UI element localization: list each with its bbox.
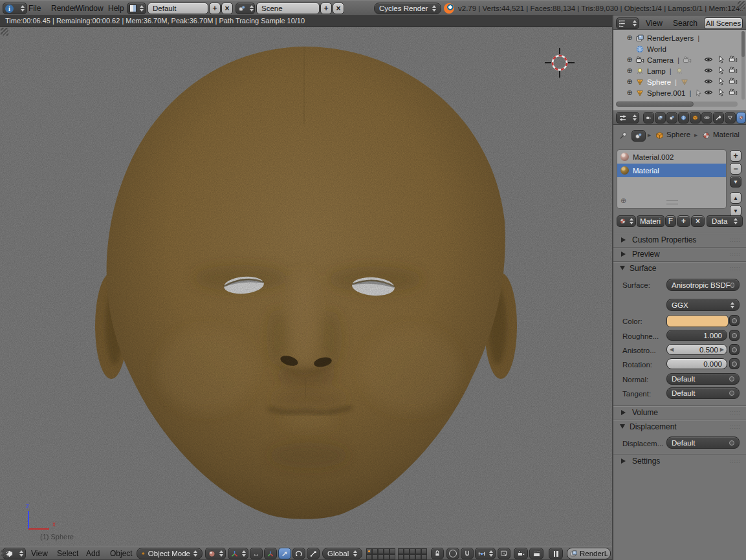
area-corner-handle[interactable] [1, 28, 8, 36]
rotate-button[interactable] [292, 548, 305, 559]
material-link-dropdown[interactable]: Data [707, 215, 743, 227]
menu-view3d-select[interactable]: Select [57, 546, 78, 560]
move-slot-up-button[interactable]: ▲ [730, 192, 741, 204]
snap-target-button[interactable] [498, 548, 510, 559]
material-specials-menu-button[interactable]: ▼ [730, 176, 741, 188]
outliner-item-sphere[interactable]: ⊕ Sphere| [625, 76, 746, 87]
expand-icon[interactable]: ⊕ [625, 34, 634, 42]
anisotropy-slider[interactable]: ◀ 0.500 ▶ [666, 344, 727, 355]
tab-material[interactable] [736, 112, 746, 124]
outliner-item-camera[interactable]: ⊕ Camera| [625, 54, 746, 65]
opengl-render-anim-button[interactable] [529, 548, 543, 559]
render-toggle-camera[interactable] [729, 55, 738, 64]
menu-render[interactable]: Render [51, 1, 76, 16]
window-corner-handle[interactable] [738, 1, 745, 9]
material-slot-row-selected[interactable]: Material [617, 164, 726, 177]
menu-window[interactable]: Window [76, 1, 104, 16]
distribution-dropdown[interactable]: GGX [666, 299, 740, 311]
tab-constraints[interactable] [701, 112, 712, 124]
outliner-item-lamp[interactable]: ⊕ Lamp| [625, 65, 746, 76]
scene-lock-button[interactable] [431, 548, 444, 559]
viewport-3d[interactable]: z x (1) Sphere [0, 27, 613, 546]
render-toggle-lamp[interactable] [729, 66, 738, 75]
panel-preview[interactable]: Preview [613, 247, 746, 260]
material-name-field[interactable]: Materi [637, 215, 664, 227]
tab-modifiers[interactable] [713, 112, 724, 124]
layer-grid-2[interactable] [398, 548, 427, 560]
expand-icon[interactable]: ⊕ [625, 56, 634, 64]
area-corner-handle-bottom[interactable] [1, 550, 8, 557]
outliner-filter-dropdown[interactable]: All Scenes [704, 17, 743, 29]
opengl-render-button[interactable] [514, 548, 528, 559]
outliner-item-renderlayers[interactable]: ⊕ RenderLayers| [625, 32, 746, 43]
snap-element-dropdown[interactable] [475, 548, 496, 559]
mode-dropdown[interactable]: Object Mode [137, 548, 203, 559]
tab-object[interactable] [690, 112, 701, 124]
editor-type-button[interactable]: i [3, 3, 27, 14]
hide-toggle-camera[interactable] [704, 55, 713, 64]
surface-shader-button[interactable]: Anisotropic BSDF [666, 279, 740, 291]
screen-layout-name-field[interactable]: Default [148, 3, 208, 14]
outliner-menu-search[interactable]: Search [673, 16, 697, 30]
panel-grip-icon[interactable] [729, 458, 741, 464]
add-layout-button[interactable]: + [209, 3, 221, 14]
panel-settings[interactable]: Settings [613, 454, 746, 467]
displacement-dropdown[interactable]: Default [666, 436, 740, 449]
panel-grip-icon[interactable] [729, 409, 741, 416]
color-swatch[interactable] [666, 315, 729, 327]
breadcrumb-scene-button[interactable] [631, 130, 646, 142]
rotation-slider[interactable]: 0.000 [666, 358, 727, 369]
hide-toggle-sphere-001[interactable] [704, 88, 713, 97]
panel-grip-icon[interactable] [729, 251, 741, 257]
add-material-slot-button[interactable]: + [730, 150, 741, 162]
remove-material-slot-button[interactable]: − [730, 163, 741, 175]
hide-toggle-lamp[interactable] [704, 66, 713, 75]
rotation-socket-button[interactable] [729, 358, 740, 369]
panel-volume[interactable]: Volume [613, 405, 746, 418]
panel-surface[interactable]: Surface [613, 261, 746, 274]
tangent-dropdown[interactable]: Default [666, 387, 740, 399]
layer-buttons[interactable] [366, 548, 430, 560]
outliner-item-sphere-001[interactable]: ⊕ Sphere.001| [625, 87, 746, 98]
menu-view3d-object[interactable]: Object [110, 546, 133, 560]
editor-type-button-outliner[interactable] [616, 17, 639, 29]
close-layout-button[interactable]: × [221, 3, 233, 14]
outliner-hscrollbar[interactable] [616, 102, 738, 107]
slider-left-arrow[interactable]: ◀ [670, 347, 674, 352]
editor-type-button-properties[interactable] [616, 112, 639, 124]
select-toggle-lamp[interactable] [717, 66, 726, 75]
render-engine-dropdown[interactable]: Cycles Render [374, 3, 441, 14]
scene-name-field[interactable]: Scene [256, 3, 320, 14]
pin-icon[interactable] [619, 131, 628, 140]
roughness-slider[interactable]: 1.000 [666, 330, 727, 341]
list-resize-grip[interactable] [666, 200, 678, 204]
translate-button[interactable] [278, 548, 291, 559]
browse-material-dropdown[interactable] [617, 215, 636, 227]
breadcrumb-object-name[interactable]: Sphere [666, 131, 690, 138]
pivot-center-dropdown[interactable] [228, 548, 248, 559]
unlink-material-button[interactable]: × [691, 215, 705, 227]
manipulator-toggle[interactable]: ↔ [250, 548, 263, 559]
transform-axis-button[interactable] [264, 548, 277, 559]
panel-grip-icon[interactable] [729, 237, 741, 243]
tab-data[interactable] [725, 112, 736, 124]
add-scene-button[interactable]: + [320, 3, 332, 14]
menu-help[interactable]: Help [108, 1, 124, 16]
select-toggle-camera[interactable] [717, 55, 726, 64]
panel-grip-icon[interactable] [729, 265, 741, 272]
menu-view3d-add[interactable]: Add [86, 546, 100, 560]
render-layer-dropdown[interactable]: RenderLayer [567, 548, 611, 559]
expand-icon[interactable]: ⊕ [625, 89, 634, 97]
anisotropy-socket-button[interactable] [729, 344, 740, 355]
outliner-item-world[interactable]: World [635, 43, 746, 54]
menu-view3d-view[interactable]: View [31, 546, 48, 560]
tab-scene[interactable] [666, 112, 677, 124]
layer-grid-1[interactable] [366, 548, 395, 560]
tab-render-layers[interactable] [655, 112, 666, 124]
fake-user-button[interactable]: F [665, 215, 676, 227]
proportional-edit-button[interactable] [446, 548, 459, 559]
select-toggle-sphere-001[interactable] [717, 88, 726, 97]
panel-grip-icon[interactable] [729, 424, 741, 430]
render-toggle-sphere-001[interactable] [729, 88, 738, 97]
outliner-vscrollbar[interactable] [741, 31, 745, 100]
